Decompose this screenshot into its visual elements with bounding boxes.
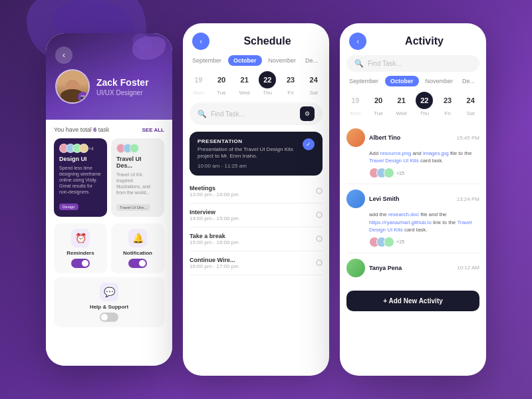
timeline-dot bbox=[316, 188, 323, 194]
day-number: 23 bbox=[282, 71, 299, 88]
schedule-task-list: PRESENTATION Presentation of the Travel … bbox=[183, 132, 329, 275]
day-number: 19 bbox=[346, 92, 364, 109]
add-activity-button[interactable]: + Add New Activity bbox=[346, 291, 479, 311]
schedule-search-bar[interactable]: 🔍 Find Task... ⚙ bbox=[190, 102, 323, 125]
activity-day-21[interactable]: 21 Wed bbox=[391, 92, 412, 116]
notification-label: Notification bbox=[123, 250, 152, 256]
task-break[interactable]: Take a break 15:00 pm - 16:00 pm bbox=[190, 227, 323, 251]
profile-info: Zack Foster UI/UX Designer bbox=[96, 77, 149, 96]
task-header: You have total 6 task SEE ALL bbox=[54, 126, 164, 133]
activity-back-button[interactable]: ‹ bbox=[349, 33, 366, 50]
task-interview[interactable]: Interview 14:00 pm - 15:00 pm bbox=[190, 203, 323, 227]
activity-month-tab-november[interactable]: November bbox=[423, 76, 456, 86]
profile-name: Zack Foster bbox=[96, 77, 149, 88]
task-text: You have total 6 task bbox=[54, 126, 109, 133]
day-item-21[interactable]: 21 Wed bbox=[234, 71, 255, 96]
day-label: Wed bbox=[396, 110, 407, 116]
task-tag: Design bbox=[59, 203, 78, 210]
chat-icon: 💬 bbox=[100, 283, 118, 301]
day-item-23[interactable]: 23 Fri bbox=[281, 71, 301, 96]
task-meetings[interactable]: Meetings 13:00 pm - 14:00 pm bbox=[190, 180, 323, 203]
task-card-desc: Spend less time designing wireframe onli… bbox=[59, 165, 102, 195]
activity-month-tab-de[interactable]: De... bbox=[460, 76, 477, 86]
participant-count: +15 bbox=[396, 171, 404, 176]
day-number: 20 bbox=[370, 92, 387, 109]
schedule-card: ‹ Schedule September October November De… bbox=[183, 23, 329, 376]
schedule-search-input[interactable]: Find Task... bbox=[211, 110, 296, 118]
activity-month-tab-october[interactable]: October bbox=[385, 76, 419, 86]
activity-item-levi[interactable]: Levi Smith 13:24 PM add the research.doc… bbox=[346, 184, 479, 253]
profile-avatar-row: 📷 Zack Foster UI/UX Designer bbox=[55, 69, 163, 104]
task-time: 13:00 pm - 14:00 pm bbox=[190, 192, 311, 198]
month-tab-september[interactable]: September bbox=[190, 56, 224, 65]
camera-icon[interactable]: 📷 bbox=[78, 92, 88, 102]
profile-card: ‹ 📷 Zack Foster UI/UX Designer You have … bbox=[46, 33, 172, 366]
task-avatar bbox=[79, 144, 88, 153]
day-label: Mon bbox=[194, 90, 204, 96]
levi-avatar bbox=[346, 190, 365, 208]
day-number: 23 bbox=[439, 92, 456, 109]
activity-item-tanya[interactable]: Tanya Pena 10:12 AM bbox=[346, 253, 479, 285]
task-card-title: Design UI bbox=[59, 156, 102, 162]
activity-month-tabs: September October November De... bbox=[340, 76, 486, 86]
help-toggle[interactable] bbox=[100, 313, 118, 322]
albert-avatar bbox=[346, 128, 365, 147]
task-card-desc: Travel UI Kit. Inspired Illustrations, a… bbox=[116, 172, 159, 196]
task-checkbox[interactable]: ✓ bbox=[303, 138, 315, 150]
avatar: 📷 bbox=[55, 69, 90, 104]
day-number: 20 bbox=[213, 71, 230, 88]
day-label: Mon bbox=[350, 110, 361, 116]
profile-body: You have total 6 task SEE ALL +4 Design … bbox=[46, 120, 172, 366]
activity-title: Activity bbox=[372, 35, 477, 47]
day-item-19[interactable]: 19 Mon bbox=[188, 71, 209, 96]
day-number: 19 bbox=[190, 71, 207, 88]
search-icon: 🔍 bbox=[198, 110, 207, 118]
activity-timestamp: 13:24 PM bbox=[457, 196, 479, 202]
task-continue[interactable]: Continue Wire... 16:00 pm - 17:00 pm bbox=[190, 251, 323, 275]
day-label: Sat bbox=[467, 110, 475, 116]
notification-toggle[interactable] bbox=[128, 259, 147, 268]
profile-back-button[interactable]: ‹ bbox=[55, 47, 72, 64]
day-number: 24 bbox=[462, 92, 479, 109]
activity-day-24[interactable]: 24 Sat bbox=[460, 92, 481, 116]
task-card-travel[interactable]: Travel UI Des... Travel UI Kit. Inspired… bbox=[111, 138, 164, 217]
month-tab-october[interactable]: October bbox=[228, 55, 262, 66]
timeline-dot bbox=[316, 235, 323, 242]
filter-button[interactable]: ⚙ bbox=[300, 106, 315, 121]
task-time: 15:00 pm - 16:00 pm bbox=[190, 239, 311, 245]
month-tab-de[interactable]: De... bbox=[303, 56, 321, 65]
activity-month-tab-september[interactable]: September bbox=[346, 76, 381, 86]
task-cards-row: +4 Design UI Spend less time designing w… bbox=[54, 138, 164, 217]
activity-search-input[interactable]: Find Task... bbox=[368, 60, 471, 67]
clock-icon: ⏰ bbox=[71, 229, 90, 247]
activity-description: add the research.doc file and the https:… bbox=[346, 211, 479, 233]
notification-setting: 🔔 Notification bbox=[111, 223, 164, 273]
month-tab-november[interactable]: November bbox=[266, 56, 299, 65]
activity-item-albert[interactable]: Albert Tino 15:45 PM Add resource.png an… bbox=[346, 123, 479, 184]
day-item-20[interactable]: 20 Tue bbox=[211, 71, 232, 96]
schedule-back-button[interactable]: ‹ bbox=[192, 33, 209, 50]
task-tag: Travel UI Des... bbox=[116, 204, 150, 211]
activity-person-name: Albert Tino bbox=[369, 134, 453, 141]
activity-day-22[interactable]: 22 Thu bbox=[414, 92, 435, 116]
day-label: Fri bbox=[444, 110, 450, 116]
participant-avatar bbox=[384, 237, 394, 247]
day-number-today: 22 bbox=[416, 92, 433, 109]
day-number: 21 bbox=[236, 71, 253, 88]
activity-day-row: 19 Mon 20 Tue 21 Wed 22 Thu 23 Fri 24 Sa… bbox=[340, 92, 486, 116]
search-icon: 🔍 bbox=[354, 59, 364, 68]
activity-day-19[interactable]: 19 Mon bbox=[345, 92, 366, 116]
activity-search-bar[interactable]: 🔍 Find Task... bbox=[346, 55, 479, 72]
day-item-22[interactable]: 22 Thu bbox=[257, 71, 278, 96]
reminders-toggle[interactable] bbox=[71, 259, 90, 268]
see-all-button[interactable]: SEE ALL bbox=[142, 127, 164, 133]
activity-day-23[interactable]: 23 Fri bbox=[438, 92, 458, 116]
day-label: Thu bbox=[420, 110, 429, 116]
task-card-design[interactable]: +4 Design UI Spend less time designing w… bbox=[54, 138, 107, 217]
task-avatar bbox=[130, 144, 139, 153]
featured-task[interactable]: PRESENTATION Presentation of the Travel … bbox=[190, 132, 323, 176]
activity-day-20[interactable]: 20 Tue bbox=[368, 92, 389, 116]
day-item-24[interactable]: 24 Sat bbox=[303, 71, 324, 96]
activity-description: Add resource.png and images.jpg file to … bbox=[346, 150, 479, 164]
day-label: Fri bbox=[287, 90, 293, 96]
